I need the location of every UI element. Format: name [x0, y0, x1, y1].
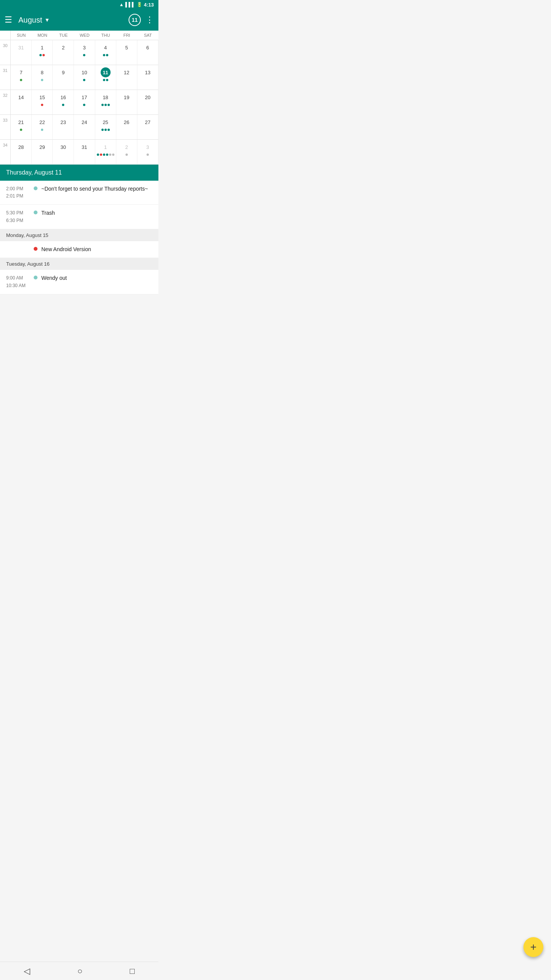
event-dot	[103, 79, 105, 81]
event-dot	[41, 129, 43, 131]
day-number: 1	[101, 142, 111, 152]
today-badge[interactable]: 11	[129, 14, 141, 26]
week-num-header	[0, 31, 11, 40]
day-cell-3[interactable]: 3	[137, 140, 158, 164]
event-dots	[62, 104, 64, 106]
dropdown-arrow-icon: ▼	[44, 17, 50, 23]
month-title[interactable]: August ▼	[18, 16, 129, 24]
day-number: 26	[122, 117, 132, 127]
event-dot	[106, 154, 108, 156]
day-cell-29[interactable]: 29	[32, 140, 53, 164]
day-cell-13[interactable]: 13	[137, 65, 158, 90]
event-dot	[112, 154, 114, 156]
event-dot	[83, 104, 85, 106]
event-dots	[101, 129, 110, 131]
event-dot	[83, 79, 85, 81]
event-dot	[42, 54, 45, 56]
event-item[interactable]: 5:30 PM6:30 PMTrash	[0, 205, 158, 229]
day-number: 2	[122, 142, 132, 152]
battery-icon: 🔋	[137, 2, 142, 7]
day-cell-2[interactable]: 2	[116, 140, 137, 164]
event-item[interactable]: 9:00 AM10:30 AMWendy out	[0, 270, 158, 294]
day-number: 31	[79, 142, 89, 152]
day-cell-19[interactable]: 19	[116, 90, 137, 114]
event-dots	[41, 104, 43, 106]
day-cell-21[interactable]: 21	[11, 115, 32, 139]
day-number: 30	[58, 142, 68, 152]
day-cell-31[interactable]: 31	[11, 40, 32, 65]
week-number-32: 32	[0, 90, 11, 114]
day-header-fri: FRI	[116, 31, 137, 40]
month-label: August	[18, 16, 42, 24]
day-cell-3[interactable]: 3	[74, 40, 95, 65]
event-dot	[103, 54, 105, 56]
event-dots	[101, 104, 110, 106]
day-cell-9[interactable]: 9	[53, 65, 74, 90]
day-cell-24[interactable]: 24	[74, 115, 95, 139]
day-cell-1[interactable]: 1	[95, 140, 116, 164]
day-number: 5	[122, 42, 132, 52]
day-cell-26[interactable]: 26	[116, 115, 137, 139]
day-cell-31[interactable]: 31	[74, 140, 95, 164]
day-cell-30[interactable]: 30	[53, 140, 74, 164]
event-item[interactable]: 2:00 PM2:01 PM~Don't forget to send your…	[0, 181, 158, 205]
event-item[interactable]: New Android Version	[0, 241, 158, 258]
calendar-week-4: 3321222324252627	[0, 115, 158, 140]
event-color-dot	[34, 247, 37, 251]
day-cell-6[interactable]: 6	[137, 40, 158, 65]
day-cell-11[interactable]: 11	[95, 65, 116, 90]
day-cell-23[interactable]: 23	[53, 115, 74, 139]
day-number: 10	[79, 67, 89, 77]
event-dot	[62, 104, 64, 106]
day-header-wed: WED	[74, 31, 95, 40]
event-dot	[100, 154, 102, 156]
day-cell-2[interactable]: 2	[53, 40, 74, 65]
day-cell-10[interactable]: 10	[74, 65, 95, 90]
day-number: 24	[79, 117, 89, 127]
day-number: 16	[58, 92, 68, 102]
status-bar: ▲ ▌▌▌ 🔋 4:13	[0, 0, 158, 9]
day-cell-8[interactable]: 8	[32, 65, 53, 90]
day-header-sat: SAT	[137, 31, 158, 40]
event-dot	[147, 154, 149, 156]
day-number: 7	[16, 67, 26, 77]
event-dot-container	[34, 185, 37, 190]
day-cell-7[interactable]: 7	[11, 65, 32, 90]
event-dot	[104, 104, 107, 106]
day-number: 2	[58, 42, 68, 52]
day-cell-28[interactable]: 28	[11, 140, 32, 164]
day-cell-17[interactable]: 17	[74, 90, 95, 114]
day-header-thu: THU	[95, 31, 116, 40]
day-number: 8	[37, 67, 47, 77]
day-number: 28	[16, 142, 26, 152]
day-cell-22[interactable]: 22	[32, 115, 53, 139]
day-cell-14[interactable]: 14	[11, 90, 32, 114]
day-header-tue: TUE	[53, 31, 74, 40]
day-cell-18[interactable]: 18	[95, 90, 116, 114]
event-dot-container	[34, 246, 37, 251]
week-number-30: 30	[0, 40, 11, 65]
day-headers: SUN MON TUE WED THU FRI SAT	[0, 31, 158, 40]
day-number: 25	[101, 117, 111, 127]
event-dot	[106, 54, 108, 56]
event-dots	[83, 54, 85, 56]
day-cell-4[interactable]: 4	[95, 40, 116, 65]
more-options-icon[interactable]: ⋮	[145, 15, 154, 25]
day-cell-27[interactable]: 27	[137, 115, 158, 139]
day-number: 3	[143, 142, 153, 152]
day-cell-20[interactable]: 20	[137, 90, 158, 114]
event-color-dot	[34, 211, 37, 214]
event-dot	[106, 79, 108, 81]
calendar-week-2: 3178910111213	[0, 65, 158, 90]
day-cell-1[interactable]: 1	[32, 40, 53, 65]
day-cell-15[interactable]: 15	[32, 90, 53, 114]
event-dot	[41, 104, 43, 106]
day-cell-25[interactable]: 25	[95, 115, 116, 139]
day-number: 6	[143, 42, 153, 52]
day-cell-5[interactable]: 5	[116, 40, 137, 65]
day-cell-16[interactable]: 16	[53, 90, 74, 114]
event-color-dot	[34, 276, 37, 279]
menu-icon[interactable]: ☰	[5, 15, 12, 25]
event-dot	[108, 104, 110, 106]
day-cell-12[interactable]: 12	[116, 65, 137, 90]
